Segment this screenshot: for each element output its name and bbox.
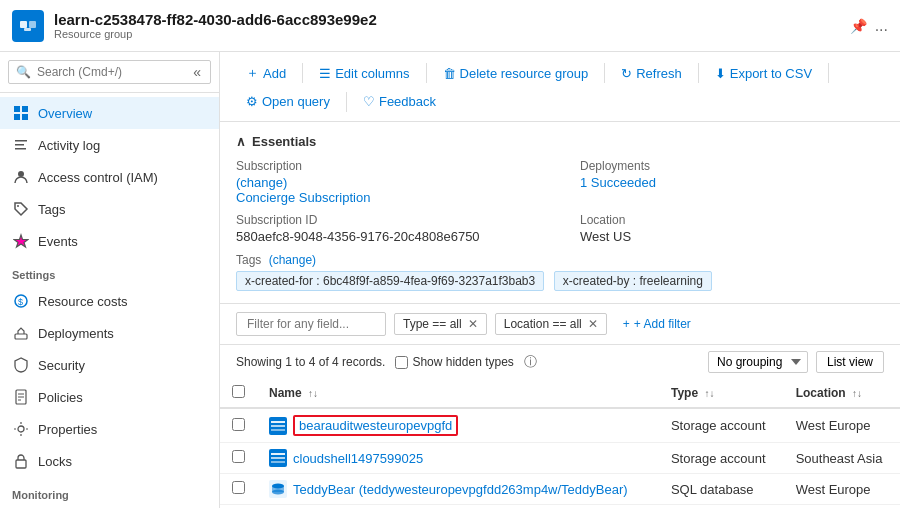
pin-icon[interactable]: 📌 [850, 18, 867, 34]
trash-icon: 🗑 [443, 66, 456, 81]
add-filter-label: + Add filter [634, 317, 691, 331]
show-hidden-label: Show hidden types [412, 355, 513, 369]
filter-field-input[interactable] [236, 312, 386, 336]
sidebar-item-activity-log[interactable]: Activity log [0, 129, 219, 161]
header-actions: 📌 ... [850, 17, 888, 35]
row2-checkbox[interactable] [232, 450, 245, 463]
sidebar-item-overview[interactable]: Overview [0, 97, 219, 129]
sidebar-policies-label: Policies [38, 390, 83, 405]
svg-rect-26 [271, 429, 285, 431]
essentials-section: ∧ Essentials Subscription (change) Conci… [220, 122, 900, 304]
row1-checkbox[interactable] [232, 418, 245, 431]
row2-location: Southeast Asia [784, 443, 900, 474]
search-input[interactable] [8, 60, 211, 84]
list-view-button[interactable]: List view [816, 351, 884, 373]
svg-rect-24 [271, 421, 285, 423]
export-button[interactable]: ⬇ Export to CSV [705, 62, 822, 85]
svg-point-11 [17, 205, 19, 207]
feedback-button[interactable]: ♡ Feedback [353, 90, 446, 113]
grouping-select[interactable]: No grouping [708, 351, 808, 373]
svg-rect-20 [16, 460, 26, 468]
collapse-sidebar-button[interactable]: « [193, 64, 201, 80]
location-filter-label: Location == all [504, 317, 582, 331]
table-body: bearauditwesteuropevpgfd Storage account… [220, 408, 900, 508]
tags-change-link[interactable]: (change) [269, 253, 316, 267]
row4-name-cell: teddywesteuropevpgfdd263mp4w [257, 505, 659, 509]
storage-icon [269, 417, 287, 435]
records-info-right: No grouping List view [708, 351, 884, 373]
monitoring-section-label: Monitoring [0, 477, 219, 505]
select-all-checkbox[interactable] [232, 385, 245, 398]
row2-name-link[interactable]: cloudshell1497599025 [293, 451, 423, 466]
chevron-up-icon: ∧ [236, 134, 246, 149]
sidebar-item-policies[interactable]: Policies [0, 381, 219, 413]
type-filter-close[interactable]: ✕ [468, 317, 478, 331]
sidebar-item-tags[interactable]: Tags [0, 193, 219, 225]
subscription-name-link[interactable]: Concierge Subscription [236, 190, 370, 205]
svg-rect-5 [14, 114, 20, 120]
row1-name-cell: bearauditwesteuropevpgfd [257, 408, 659, 443]
row3-checkbox[interactable] [232, 481, 245, 494]
subscription-item: Subscription (change) Concierge Subscrip… [236, 159, 540, 205]
sidebar: 🔍 « Overview Activity log [0, 52, 220, 508]
svg-rect-4 [22, 106, 28, 112]
toolbar: ＋ Add ☰ Edit columns 🗑 Delete resource g… [220, 52, 900, 122]
delete-button[interactable]: 🗑 Delete resource group [433, 62, 599, 85]
sidebar-item-locks[interactable]: Locks [0, 445, 219, 477]
subscription-change-link[interactable]: (change) [236, 175, 287, 190]
storage-icon-2 [269, 449, 287, 467]
costs-icon: $ [12, 292, 30, 310]
col-type-label: Type [671, 386, 698, 400]
sidebar-item-resource-costs[interactable]: $ Resource costs [0, 285, 219, 317]
table-row: TeddyBear (teddywesteuropevpgfdd263mp4w/… [220, 474, 900, 505]
sidebar-item-deployments[interactable]: Deployments [0, 317, 219, 349]
show-hidden-types-checkbox[interactable] [395, 356, 408, 369]
toolbar-separator-6 [346, 92, 347, 112]
info-icon[interactable]: ⓘ [524, 353, 537, 371]
col-name-header[interactable]: Name ↑↓ [257, 379, 659, 408]
add-filter-button[interactable]: + + Add filter [615, 314, 699, 334]
table-row: teddywesteuropevpgfdd263mp4w SQL server … [220, 505, 900, 509]
sidebar-overview-label: Overview [38, 106, 92, 121]
toolbar-separator-1 [302, 63, 303, 83]
open-query-button[interactable]: ⚙ Open query [236, 90, 340, 113]
location-value: West US [580, 229, 884, 244]
row3-name-link[interactable]: TeddyBear (teddywesteuropevpgfdd263mp4w/… [293, 482, 628, 497]
row2-type: Storage account [659, 443, 784, 474]
col-location-header[interactable]: Location ↑↓ [784, 379, 900, 408]
refresh-button[interactable]: ↻ Refresh [611, 62, 692, 85]
svg-rect-6 [22, 114, 28, 120]
locks-icon [12, 452, 30, 470]
resources-table: Name ↑↓ Type ↑↓ Location ↑↓ [220, 379, 900, 508]
records-count: Showing 1 to 4 of 4 records. [236, 355, 385, 369]
row4-type: SQL server [659, 505, 784, 509]
sidebar-search-area: 🔍 « [0, 52, 219, 93]
add-button[interactable]: ＋ Add [236, 60, 296, 86]
sidebar-item-properties[interactable]: Properties [0, 413, 219, 445]
more-icon[interactable]: ... [875, 17, 888, 35]
essentials-header[interactable]: ∧ Essentials [236, 134, 884, 149]
deployments-value[interactable]: 1 Succeeded [580, 175, 884, 190]
add-icon: ＋ [246, 64, 259, 82]
edit-columns-button[interactable]: ☰ Edit columns [309, 62, 419, 85]
resource-group-icon [12, 10, 44, 42]
col-type-header[interactable]: Type ↑↓ [659, 379, 784, 408]
sidebar-security-label: Security [38, 358, 85, 373]
col-check-header [220, 379, 257, 408]
svg-rect-2 [24, 28, 31, 31]
sidebar-deployments-label: Deployments [38, 326, 114, 341]
svg-rect-14 [15, 334, 27, 339]
sidebar-item-events[interactable]: Events [0, 225, 219, 257]
sidebar-item-security[interactable]: Security [0, 349, 219, 381]
row4-location: West Europe [784, 505, 900, 509]
sidebar-tags-label: Tags [38, 202, 65, 217]
subscription-id-item: Subscription ID 580aefc8-9048-4356-9176-… [236, 213, 540, 244]
page-title: learn-c2538478-ff82-4030-add6-6acc893e99… [54, 11, 850, 28]
location-filter-close[interactable]: ✕ [588, 317, 598, 331]
row1-name-link[interactable]: bearauditwesteuropevpgfd [299, 418, 452, 433]
tag-chip-2: x-created-by : freelearning [554, 271, 712, 291]
sidebar-item-access-control[interactable]: Access control (IAM) [0, 161, 219, 193]
essentials-title: Essentials [252, 134, 316, 149]
export-icon: ⬇ [715, 66, 726, 81]
tags-label: Tags (change) [236, 253, 316, 267]
